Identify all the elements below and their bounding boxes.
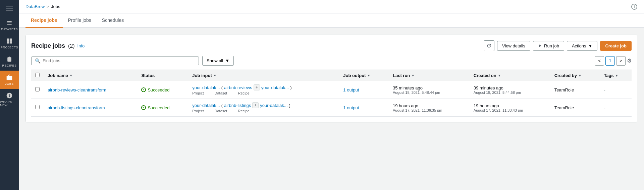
breadcrumb-current: Jobs (51, 4, 60, 9)
output-link[interactable]: 1 output (343, 87, 359, 92)
card-count: (2) (68, 43, 75, 49)
row-job-name: airbnb-listings-cleantransform (44, 99, 137, 117)
last-run-relative: 19 hours ago (393, 103, 466, 108)
input-paren-open: ( (221, 85, 223, 90)
th-created-by: Created by ▼ (550, 70, 600, 81)
input-dataset-link[interactable]: airbnb-listings (224, 103, 251, 108)
tab-schedules[interactable]: Schedules (97, 13, 129, 28)
input-project-label: Project (192, 109, 204, 113)
th-status: Status (137, 70, 188, 81)
actions-button[interactable]: Actions ▼ (567, 41, 598, 51)
sort-tags[interactable]: ▼ (615, 74, 619, 77)
svg-rect-1 (6, 8, 13, 8)
current-page: 1 (605, 56, 615, 66)
card-header: Recipe jobs (2) Info View details Run jo… (31, 40, 632, 51)
sort-created-on[interactable]: ▼ (498, 74, 501, 77)
sidebar-item-whats-new[interactable]: WHAT'S NEW (0, 89, 19, 110)
created-by-value: TeamRole (554, 87, 574, 92)
search-icon: 🔍 (35, 58, 41, 64)
search-input[interactable] (43, 58, 195, 63)
input-dataset-label: Dataset (215, 91, 227, 95)
input-paren-close: ) (289, 103, 290, 108)
input-recipe-link[interactable]: your-datalak... (260, 103, 287, 108)
actions-chevron: ▼ (588, 43, 593, 48)
tab-profile-jobs[interactable]: Profile jobs (63, 13, 97, 28)
input-project-link[interactable]: your-datalak... (192, 103, 220, 108)
last-run-relative: 35 minutes ago (393, 85, 466, 90)
jobs-table-wrapper: Job name ▼ Status Job input ▼ (31, 70, 632, 117)
table-settings-icon[interactable]: ⚙ (627, 58, 632, 64)
sidebar-label-whats-new: WHAT'S NEW (0, 100, 19, 107)
row-created-on: 19 hours ago August 17, 2021, 11:33:43 p… (470, 99, 550, 117)
menu-button[interactable] (0, 0, 19, 16)
sidebar-item-jobs[interactable]: JOBS (0, 71, 19, 89)
card-title-text: Recipe jobs (31, 42, 65, 49)
create-job-button[interactable]: Create job (600, 41, 632, 51)
toolbar-row: 🔍 Show all ▼ < 1 > ⚙ (31, 56, 632, 66)
input-recipe-link[interactable]: your-datalak... (261, 85, 289, 90)
prev-page-button[interactable]: < (595, 56, 604, 66)
search-box: 🔍 (31, 56, 199, 65)
card-info-link[interactable]: Info (77, 43, 85, 48)
input-dataset-link[interactable]: airbnb reviews (224, 85, 252, 90)
pagination: < 1 > ⚙ (595, 56, 632, 66)
row-checkbox[interactable] (35, 87, 40, 91)
view-details-button[interactable]: View details (497, 41, 530, 51)
breadcrumb-parent[interactable]: DataBrew (25, 4, 45, 9)
table-row: airbnb-reviews-cleantransform Succeeded … (31, 81, 632, 99)
created-on-relative: 19 hours ago (474, 103, 546, 108)
sidebar-label-projects: PROJECTS (1, 46, 18, 49)
table-row: airbnb-listings-cleantransform Succeeded… (31, 99, 632, 117)
refresh-button[interactable] (484, 40, 494, 51)
row-job-output: 1 output (339, 81, 389, 99)
tab-recipe-jobs[interactable]: Recipe jobs (25, 13, 63, 28)
row-tags: - (600, 81, 632, 99)
tab-bar: Recipe jobs Profile jobs Schedules (19, 13, 644, 28)
input-project-label: Project (192, 91, 204, 95)
sidebar-item-projects[interactable]: PROJECTS (0, 34, 19, 52)
row-checkbox-cell (31, 99, 44, 117)
sort-created-by[interactable]: ▼ (578, 74, 582, 77)
row-job-input: your-datalak... ( airbnb reviews + your-… (188, 81, 339, 99)
row-last-run: 35 minutes ago August 18, 2021, 5:48:44 … (389, 81, 470, 99)
row-status: Succeeded (137, 99, 188, 117)
input-project-link[interactable]: your-datalak... (192, 85, 220, 90)
sidebar-item-datasets[interactable]: DATASETS (0, 16, 19, 34)
sidebar-item-recipes[interactable]: RECIPES (0, 52, 19, 71)
th-created-on: Created on ▼ (470, 70, 550, 81)
sort-job-output[interactable]: ▼ (367, 74, 371, 77)
svg-rect-0 (6, 6, 13, 6)
run-job-button[interactable]: Run job (533, 41, 564, 51)
job-name-link[interactable]: airbnb-listings-cleantransform (48, 105, 105, 110)
svg-rect-2 (6, 10, 13, 10)
th-tags: Tags ▼ (600, 70, 632, 81)
sort-job-name[interactable]: ▼ (69, 74, 73, 77)
card-actions: View details Run job Actions ▼ Create jo… (484, 40, 632, 51)
row-tags: - (600, 99, 632, 117)
created-on-absolute: August 17, 2021, 11:33:43 pm (474, 108, 546, 112)
sort-job-input[interactable]: ▼ (213, 74, 217, 77)
run-job-label: Run job (544, 43, 559, 48)
row-checkbox-cell (31, 81, 44, 99)
row-checkbox[interactable] (35, 105, 40, 109)
input-paren-close: ) (290, 85, 291, 90)
plus-badge: + (252, 102, 259, 108)
sidebar-label-datasets: DATASETS (1, 28, 18, 31)
row-last-run: 19 hours ago August 17, 2021, 11:36:35 p… (389, 99, 470, 117)
filter-label: Show all (207, 58, 223, 63)
row-created-on: 39 minutes ago August 18, 2021, 5:44:58 … (470, 81, 550, 99)
output-link[interactable]: 1 output (343, 105, 359, 110)
th-last-run: Last run ▼ (389, 70, 470, 81)
plus-badge: + (254, 84, 260, 90)
next-page-button[interactable]: > (616, 56, 626, 66)
sort-last-run[interactable]: ▼ (411, 74, 415, 77)
jobs-table: Job name ▼ Status Job input ▼ (31, 70, 632, 117)
created-on-absolute: August 18, 2021, 5:44:58 pm (474, 90, 546, 94)
tags-value: - (604, 87, 605, 92)
filter-button[interactable]: Show all ▼ (202, 56, 234, 66)
main-content: DataBrew > Jobs i Recipe jobs Profile jo… (19, 0, 644, 190)
sidebar-label-recipes: RECIPES (2, 64, 16, 67)
select-all-checkbox[interactable] (35, 73, 40, 77)
job-name-link[interactable]: airbnb-reviews-cleantransform (48, 87, 106, 92)
info-icon[interactable]: i (631, 4, 637, 10)
